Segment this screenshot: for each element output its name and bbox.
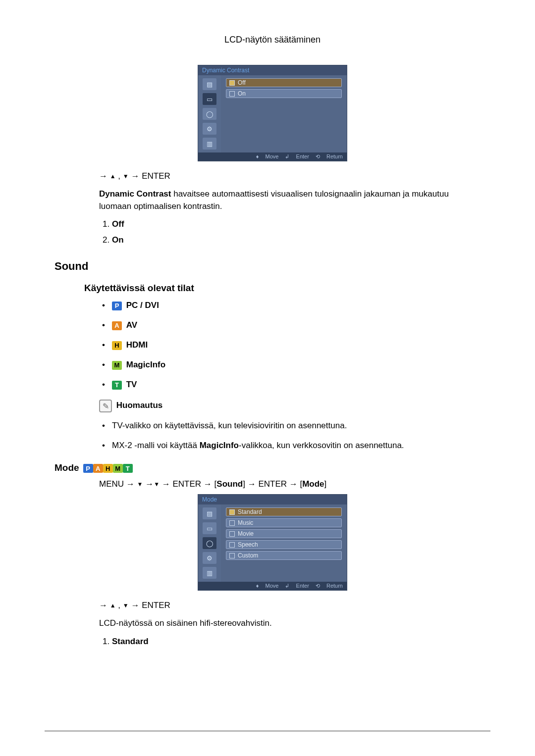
badge-a-icon: A xyxy=(93,464,103,473)
osd-option-speech: Speech xyxy=(226,540,342,549)
page: LCD-näytön säätäminen Dynamic Contrast ▨… xyxy=(0,0,535,756)
badge-h-icon: H xyxy=(112,341,122,350)
option-standard: Standard xyxy=(112,637,481,647)
osd-icon-input: ▭ xyxy=(203,522,216,534)
osd-footer-enter: ↲ Enter xyxy=(285,153,309,159)
badge-a-icon: A xyxy=(112,321,122,330)
sound-heading: Sound xyxy=(54,260,481,273)
osd-title: Dynamic Contrast xyxy=(198,65,347,75)
osd-option-on: On xyxy=(226,89,342,98)
note-block: ✎ Huomautus TV-valikko on käytettävissä,… xyxy=(99,400,481,452)
badge-t-icon: T xyxy=(112,381,122,390)
note-label: Huomautus xyxy=(116,401,163,410)
badge-p-icon: P xyxy=(83,464,93,473)
osd-footer-enter: ↲ Enter xyxy=(285,583,309,589)
note-list: TV-valikko on käytettävissä, kun televis… xyxy=(99,419,481,452)
osd-footer-move: ♦ Move xyxy=(256,583,279,589)
osd-footer: ♦ Move ↲ Enter ⟲ Return xyxy=(198,582,347,590)
osd-option-music: Music xyxy=(226,518,342,527)
mode-pc-dvi: P PC / DVI xyxy=(112,301,481,310)
osd-option-movie: Movie xyxy=(226,529,342,538)
osd-icon-picture: ▨ xyxy=(203,78,216,90)
mode-magicinfo: M MagicInfo xyxy=(112,360,481,370)
mode-av: A AV xyxy=(112,320,481,330)
osd-option-list: Off On xyxy=(221,75,347,152)
osd-option-list: Standard Music Movie Speech Custom xyxy=(221,504,347,582)
osd-icon-multi: ▥ xyxy=(203,567,216,579)
mode-tv: T TV xyxy=(112,380,481,390)
dynamic-contrast-label: Dynamic Contrast xyxy=(99,189,171,199)
option-on: On xyxy=(112,235,481,245)
osd-footer-move: ♦ Move xyxy=(256,153,279,159)
mode-options-list: Standard xyxy=(99,637,481,647)
note-item-1: TV-valikko on käytettävissä, kun televis… xyxy=(112,419,481,432)
osd-icon-column: ▨ ▭ ◯ ⚙ ▥ xyxy=(198,75,221,152)
badge-m-icon: M xyxy=(112,361,122,370)
osd-dynamic-contrast: Dynamic Contrast ▨ ▭ ◯ ⚙ ▥ Off On ♦ Move… xyxy=(198,65,347,161)
osd-icon-setup: ⚙ xyxy=(203,552,216,564)
nav-sequence-1: → ▲ , ▼ → ENTER xyxy=(99,171,481,181)
osd-title: Mode xyxy=(198,495,347,504)
note-item-2: MX-2 -malli voi käyttää MagicInfo-valikk… xyxy=(112,439,481,452)
dynamic-contrast-description: Dynamic Contrast havaitsee automaattises… xyxy=(99,188,481,212)
osd-option-standard: Standard xyxy=(226,507,342,516)
osd-icon-input: ▭ xyxy=(203,93,216,105)
osd-option-custom: Custom xyxy=(226,551,342,560)
osd-icon-multi: ▥ xyxy=(203,138,216,150)
osd-footer: ♦ Move ↲ Enter ⟲ Return xyxy=(198,152,347,161)
mode-hdmi: H HDMI xyxy=(112,340,481,350)
osd-icon-sound: ◯ xyxy=(203,108,216,120)
badge-t-icon: T xyxy=(123,464,133,473)
osd-option-off: Off xyxy=(226,78,342,87)
page-footer-rule xyxy=(45,731,490,731)
osd-icon-sound: ◯ xyxy=(203,537,216,549)
mode-description: LCD-näytössä on sisäinen hifi-stereovahv… xyxy=(99,617,481,630)
page-title: LCD-näytön säätäminen xyxy=(64,35,481,45)
osd-icon-setup: ⚙ xyxy=(203,123,216,135)
osd-footer-return: ⟲ Return xyxy=(316,583,343,589)
osd-mode: Mode ▨ ▭ ◯ ⚙ ▥ Standard Music Movie Spee… xyxy=(198,494,347,591)
badge-h-icon: H xyxy=(103,464,113,473)
available-modes-list: P PC / DVI A AV H HDMI M MagicInfo T TV xyxy=(99,301,481,390)
badge-p-icon: P xyxy=(112,302,122,310)
nav-sequence-2: → ▲ , ▼ → ENTER xyxy=(99,601,481,610)
osd-footer-return: ⟲ Return xyxy=(316,153,343,159)
note-icon: ✎ xyxy=(99,400,112,412)
dynamic-contrast-options: Off On xyxy=(99,219,481,245)
badge-m-icon: M xyxy=(113,464,123,473)
osd-icon-column: ▨ ▭ ◯ ⚙ ▥ xyxy=(198,504,221,582)
mode-heading: Mode PAHMT xyxy=(54,462,481,473)
mode-nav-sequence: MENU → ▼ →▼ → ENTER → [Sound] → ENTER → … xyxy=(99,479,481,489)
option-off: Off xyxy=(112,219,481,229)
osd-icon-picture: ▨ xyxy=(203,507,216,519)
available-modes-heading: Käytettävissä olevat tilat xyxy=(84,283,481,294)
